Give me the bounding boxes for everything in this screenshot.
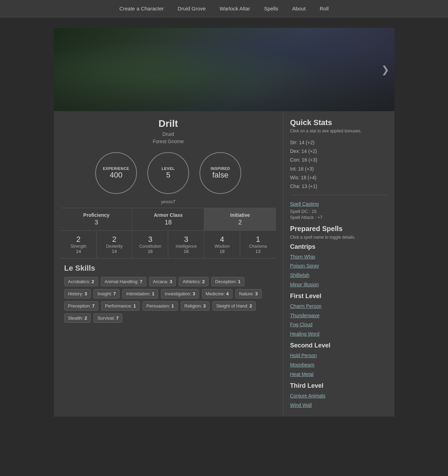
inspired-label: INSPIRED: [211, 166, 230, 171]
spell-casting-link[interactable]: Spell Casting: [290, 199, 388, 209]
nav-create-character[interactable]: Create a Character: [119, 6, 164, 11]
spell-link[interactable]: Thunderwave: [290, 311, 388, 320]
experience-label: EXPERIENCE: [103, 166, 129, 171]
quick-stat-item[interactable]: Str: 14 (+2): [290, 138, 388, 147]
cantrips-list: Thorn WhipPoison SprayShillielahMinor Il…: [290, 252, 388, 289]
quick-stats-subtitle: Click on a stat to see applied bonuses.: [290, 129, 388, 133]
constitution-name: Constitution: [134, 244, 166, 249]
character-race: Forest Gnome: [61, 138, 276, 145]
charisma-modifier: 1: [242, 235, 274, 244]
main-wrapper: ❯ Drilt Druid Forest Gnome EXPERIENCE 40…: [54, 17, 394, 417]
skill-badge: Persuasion: 1: [142, 301, 178, 311]
proficiency-tab-label: Proficiency: [64, 212, 130, 218]
spell-link[interactable]: Charm Person: [290, 302, 388, 311]
quick-stat-item[interactable]: Con: 16 (+3): [290, 156, 388, 164]
armor-class-tab-value: 18: [135, 219, 201, 226]
proficiency-tab-value: 3: [64, 219, 130, 226]
content-area: Drilt Druid Forest Gnome EXPERIENCE 400 …: [54, 111, 394, 417]
spell-link[interactable]: Moonbeam: [290, 360, 388, 370]
dexterity-col[interactable]: 2 Dexterity 14: [97, 231, 132, 258]
nav-about[interactable]: About: [292, 6, 306, 11]
wisdom-col[interactable]: 4 Wisdom 18: [204, 231, 240, 258]
dexterity-modifier: 2: [98, 235, 131, 244]
quick-stat-item[interactable]: Int: 16 (+3): [290, 165, 388, 173]
quick-stats-list: Str: 14 (+2)Dex: 14 (+2)Con: 16 (+3)Int:…: [290, 138, 388, 191]
inspired-value: false: [212, 171, 228, 180]
spell-link[interactable]: Conjure Animals: [290, 391, 388, 401]
character-class: Druid: [61, 131, 276, 138]
spell-link[interactable]: Healing Word: [290, 329, 388, 339]
first-level-list: Charm PersonThunderwaveFog CloudHealing …: [290, 302, 388, 338]
spell-link[interactable]: Hold Person: [290, 351, 388, 360]
skill-badge: Intimidation: 1: [122, 289, 158, 298]
skill-badge: Athletics: 2: [179, 277, 209, 286]
spell-link[interactable]: Minor Illusion: [290, 280, 388, 289]
wisdom-name: Wisdom: [206, 244, 238, 249]
intelligence-col[interactable]: 3 Intelligence 16: [168, 231, 204, 258]
skill-badge: Arcana: 3: [149, 277, 176, 286]
charisma-score: 13: [242, 249, 274, 254]
prepared-spells-subtitle: Click a spell name to toggle details.: [290, 235, 388, 240]
character-note: yesssT: [61, 199, 276, 204]
skill-badge: Religion: 3: [181, 301, 210, 311]
cantrips-label: Cantrips: [290, 243, 388, 251]
quick-stats-title: Quick Stats: [290, 118, 388, 127]
quick-stat-item[interactable]: Cha: 13 (+1): [290, 182, 388, 191]
skill-badge: Investigation: 3: [161, 289, 199, 298]
dexterity-score: 14: [98, 249, 131, 254]
stats-tabs: Proficiency 3 Armor Class 18 Initiative …: [61, 208, 276, 230]
nav-roll[interactable]: Roll: [320, 6, 329, 11]
quick-stats-panel: Quick Stats Click on a stat to see appli…: [283, 111, 394, 417]
constitution-score: 16: [134, 249, 166, 254]
next-arrow-icon[interactable]: ❯: [381, 64, 389, 75]
skill-badge: Performance: 1: [101, 301, 140, 311]
third-level-label: Third Level: [290, 382, 388, 389]
spell-link[interactable]: Fog Cloud: [290, 320, 388, 329]
initiative-tab[interactable]: Initiative 2: [204, 208, 276, 230]
constitution-modifier: 3: [134, 235, 166, 244]
wisdom-score: 18: [206, 249, 238, 254]
quick-stat-item[interactable]: Dex: 14 (+2): [290, 147, 388, 156]
skill-badge: Deception: 1: [211, 277, 244, 286]
strength-col[interactable]: 2 Strength 14: [61, 231, 97, 258]
skills-section: Le Skills Acrobatics: 2Animal Handling: …: [61, 258, 276, 328]
spell-attack-label: Spell Attack : +7: [290, 215, 388, 220]
skills-title: Le Skills: [64, 264, 272, 273]
proficiency-tab[interactable]: Proficiency 3: [61, 208, 133, 230]
skill-badge: Insight: 7: [93, 289, 120, 298]
nav-druid-grove[interactable]: Druid Grove: [178, 6, 206, 11]
spell-link[interactable]: Heat Metal: [290, 370, 388, 379]
level-label: LEVEL: [162, 166, 175, 171]
prepared-spells-title: Prepared Spells: [290, 225, 388, 233]
qs-divider: [290, 195, 388, 195]
nav-spells[interactable]: Spells: [264, 6, 278, 11]
spell-link[interactable]: Shillielah: [290, 271, 388, 280]
inspired-circle: INSPIRED false: [199, 152, 241, 194]
constitution-col[interactable]: 3 Constitution 16: [132, 231, 168, 258]
strength-modifier: 2: [62, 235, 95, 244]
quick-stat-item[interactable]: Wis: 18 (+4): [290, 173, 388, 182]
circles-row: EXPERIENCE 400 LEVEL 5 INSPIRED false: [61, 152, 276, 194]
level-circle: LEVEL 5: [147, 152, 189, 194]
experience-circle: EXPERIENCE 400: [95, 152, 137, 194]
armor-class-tab[interactable]: Armor Class 18: [132, 208, 204, 230]
spell-link[interactable]: Poison Spray: [290, 261, 388, 271]
spell-link[interactable]: Wind Wall: [290, 401, 388, 410]
strength-score: 14: [62, 249, 95, 254]
initiative-tab-label: Initiative: [207, 212, 273, 218]
third-level-list: Conjure AnimalsWind Wall: [290, 391, 388, 410]
skills-grid: Acrobatics: 2Animal Handling: 7Arcana: 3…: [64, 277, 272, 323]
strength-name: Strength: [62, 244, 95, 249]
hero-image: ❯: [54, 28, 394, 111]
nav-warlock-altar[interactable]: Warlock Altar: [220, 6, 250, 11]
armor-class-tab-label: Armor Class: [135, 212, 201, 218]
navigation: Create a Character Druid Grove Warlock A…: [0, 0, 448, 17]
dexterity-name: Dexterity: [98, 244, 131, 249]
intelligence-modifier: 3: [170, 235, 202, 244]
character-name: Drilt: [61, 118, 276, 129]
charisma-name: Charisma: [242, 244, 274, 249]
spell-link[interactable]: Thorn Whip: [290, 252, 388, 262]
experience-value: 400: [110, 171, 123, 180]
first-level-label: First Level: [290, 293, 388, 300]
charisma-col[interactable]: 1 Charisma 13: [240, 231, 276, 258]
